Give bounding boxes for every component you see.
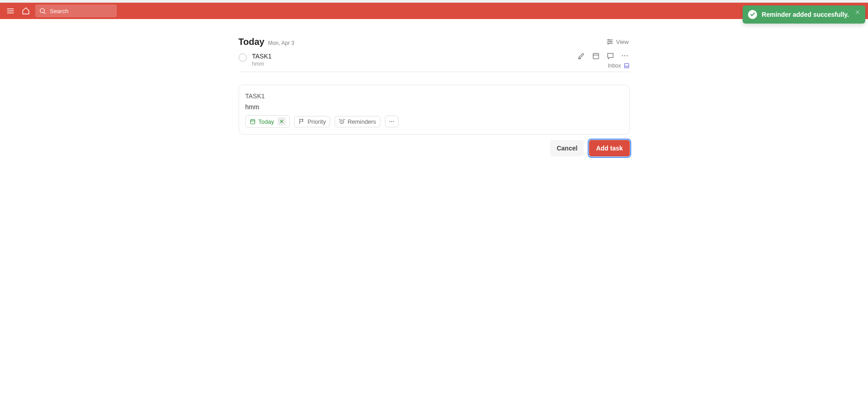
sliders-icon — [606, 38, 614, 45]
svg-point-18 — [627, 55, 628, 56]
page-date: Mon, Apr 3 — [268, 40, 294, 46]
main-content: Today Mon, Apr 3 View TASK1 hmm — [239, 19, 630, 156]
more-horizontal-icon — [621, 52, 629, 60]
more-horizontal-icon — [388, 118, 395, 125]
svg-point-17 — [624, 55, 625, 56]
due-date-chip[interactable]: Today — [245, 115, 290, 128]
task-title: TASK1 — [252, 53, 630, 60]
pencil-icon — [577, 52, 585, 60]
priority-label: Priority — [307, 118, 326, 125]
toast-notification: Reminder added succesfully. — [743, 5, 865, 24]
page-title-text: Today — [239, 37, 264, 47]
home-icon — [22, 7, 30, 15]
task-row[interactable]: TASK1 hmm — [239, 49, 630, 72]
editor-footer: Cancel Add task — [239, 140, 630, 156]
search-box[interactable] — [35, 5, 117, 17]
page-title: Today Mon, Apr 3 — [239, 37, 294, 47]
clear-due-date-button[interactable] — [278, 117, 286, 126]
svg-line-4 — [44, 12, 45, 14]
editor-title-input[interactable]: TASK1 — [245, 91, 623, 102]
task-project[interactable]: Inbox — [608, 63, 629, 69]
more-options-chip[interactable] — [385, 116, 398, 127]
editor-description-input[interactable]: hmm — [245, 102, 623, 115]
task-editor: TASK1 hmm Today Priority — [239, 85, 630, 135]
menu-button[interactable] — [5, 5, 16, 17]
calendar-icon — [592, 52, 600, 60]
close-icon — [855, 10, 860, 15]
priority-chip[interactable]: Priority — [294, 116, 330, 127]
add-task-button[interactable]: Add task — [589, 140, 629, 156]
due-date-label: Today — [259, 118, 274, 125]
alarm-icon — [339, 118, 345, 125]
x-icon — [279, 119, 284, 124]
schedule-task-button[interactable] — [591, 51, 601, 61]
task-checkbox[interactable] — [239, 53, 247, 62]
svg-point-8 — [608, 39, 609, 41]
view-button[interactable]: View — [605, 36, 630, 47]
calendar-small-icon — [249, 118, 256, 125]
svg-rect-19 — [250, 120, 254, 124]
reminders-label: Reminders — [348, 118, 376, 125]
task-actions — [576, 51, 630, 61]
search-input[interactable] — [49, 7, 113, 15]
toast-close-button[interactable] — [854, 8, 862, 16]
page-header: Today Mon, Apr 3 View — [239, 36, 630, 47]
search-icon — [39, 7, 46, 15]
cancel-button[interactable]: Cancel — [550, 140, 584, 156]
reminders-chip[interactable]: Reminders — [335, 116, 380, 127]
hamburger-icon — [6, 7, 14, 15]
svg-point-16 — [622, 55, 623, 56]
task-project-label: Inbox — [608, 63, 621, 69]
svg-point-26 — [393, 121, 393, 122]
home-button[interactable] — [20, 5, 32, 17]
inbox-icon — [623, 63, 630, 69]
svg-point-12 — [608, 43, 609, 44]
view-label: View — [616, 39, 629, 45]
toast-message: Reminder added succesfully. — [762, 11, 849, 18]
task-description: hmm — [252, 61, 630, 67]
comment-icon — [606, 52, 614, 60]
edit-task-button[interactable] — [576, 51, 586, 61]
check-circle-icon — [748, 10, 757, 19]
svg-rect-14 — [593, 53, 599, 59]
flag-icon — [298, 118, 305, 125]
svg-point-3 — [40, 9, 44, 13]
more-task-button[interactable] — [620, 51, 630, 61]
comment-task-button[interactable] — [605, 51, 615, 61]
svg-point-24 — [389, 121, 390, 122]
app-header — [0, 3, 868, 19]
svg-point-10 — [610, 41, 611, 43]
svg-point-25 — [391, 121, 392, 122]
editor-chips-row: Today Priority Reminders — [245, 115, 623, 128]
task-body: TASK1 hmm — [252, 53, 630, 67]
